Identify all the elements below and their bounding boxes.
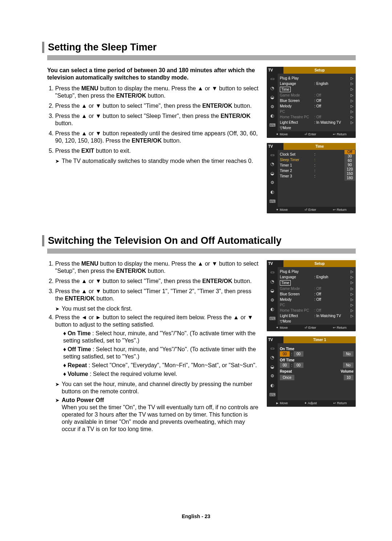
bullet-text: On Time : Select hour, minute, and "Yes"… — [63, 330, 256, 344]
osd-icon: ▭ — [270, 76, 274, 82]
osd-setup: TV Setup ▭ ◔ ◒ ⚙ ◐ ⌨ Plug & Play▷Languag… — [267, 67, 356, 138]
note-arrow-icon: ➤ — [55, 158, 60, 165]
step: Press the ▲ or ▼ button to select "Time"… — [55, 278, 259, 285]
section2-text: Press the MENU button to display the men… — [47, 260, 259, 434]
osd-row: Language: English▷ — [280, 81, 354, 86]
osd-icon-rail: ▭ ◔ ◒ ⚙ ◐ ⌨ — [267, 150, 278, 207]
osd-icon: ◔ — [270, 86, 274, 91]
bullet: ♦Volume : Select the required volume lev… — [63, 370, 259, 378]
section1-text: You can select a time period of between … — [47, 67, 259, 213]
note-arrow-icon: ➤ — [55, 397, 60, 404]
osd-time: TV Time ▭ ◔ ◒ ⚙ ◐ ⌨ Clock Set:Sleep Time… — [267, 143, 356, 213]
osd-setup-rows: Plug & Play▷Language: English▷Time▷Game … — [278, 267, 356, 325]
osd-icon: ◔ — [270, 355, 274, 361]
divider — [47, 55, 356, 60]
osd-title: Setup — [283, 260, 356, 267]
section-title-1: Setting the Sleep Timer — [42, 42, 356, 53]
osd-icon: ⌨ — [269, 392, 275, 398]
osd-icon: ⌨ — [269, 123, 275, 128]
osd-icon: ⚙ — [270, 180, 274, 186]
step4-lead: Press the ◄ or ► button to select the re… — [55, 314, 253, 328]
osd-foot-enter: ⏎ Enter — [305, 326, 316, 330]
bullet-text: Off Time : Select hour, minute, and "Yes… — [63, 346, 256, 360]
bullet-text: Repeat : Select "Once", "Everyday", "Mon… — [68, 362, 257, 368]
section1-intro: You can select a time period of between … — [47, 67, 259, 81]
osd-foot-return: ↩ Return — [333, 132, 347, 137]
osd-row: Sleep Timer: — [280, 157, 354, 163]
osd-icon-rail: ▭ ◔ ◒ ⚙ ◐ ⌨ — [267, 343, 278, 401]
osd-time-rows: Clock Set:Sleep Timer:Timer 1:Timer 2:Ti… — [278, 150, 356, 207]
osd-icon: ◐ — [270, 113, 274, 119]
timer-repeat-value: Once — [280, 375, 294, 380]
osd-row: Timer 2: — [280, 168, 354, 173]
osd-row: PC▷ — [280, 109, 354, 114]
osd-foot-return: ↩ Return — [333, 326, 347, 330]
osd-row: Plug & Play▷ — [280, 269, 354, 274]
timer-off-hour: 00 — [280, 362, 290, 368]
section2-steps-cont: Press the ◄ or ► button to select the re… — [47, 314, 259, 378]
timer-on-hour: 00 — [280, 351, 290, 357]
note-auto-power: ➤ Auto Power Off When you set the timer … — [55, 397, 259, 433]
bullet: ♦Repeat : Select "Once", "Everyday", "Mo… — [63, 362, 259, 369]
osd-row: Clock Set: — [280, 152, 354, 157]
osd-icon: ◐ — [270, 307, 274, 312]
osd-icon: ◒ — [270, 364, 274, 370]
step: Press the MENU button to display the men… — [55, 260, 259, 275]
timer-on-time-label: On Time — [280, 347, 354, 351]
osd-setup-rows: Plug & Play▷Language: English▷Time▷Game … — [278, 74, 356, 131]
section2-steps: Press the MENU button to display the men… — [47, 260, 259, 302]
osd-row: Melody: Off▷ — [280, 297, 354, 302]
divider — [47, 249, 356, 254]
osd-tv-label: TV — [267, 336, 283, 343]
osd-row: Melody: Off▷ — [280, 103, 354, 109]
step: Press the MENU button to display the men… — [55, 85, 259, 99]
note: ➤ You can set the hour, minute, and chan… — [55, 381, 259, 395]
osd-row: Time▷ — [280, 86, 354, 93]
osd-setup-2: TV Setup ▭ ◔ ◒ ⚙ ◐ ⌨ Plug & Play▷Languag… — [267, 260, 356, 331]
osd-foot-enter: ⏎ Enter — [305, 132, 316, 137]
osd-row: Plug & Play▷ — [280, 75, 354, 81]
osd-row: Blue Screen: Off▷ — [280, 291, 354, 297]
osd-icon: ◔ — [270, 161, 274, 167]
osd-row: PC▷ — [280, 302, 354, 308]
timer-off-state: No — [343, 362, 354, 368]
step: Press the EXIT button to exit. — [55, 147, 259, 155]
osd-icon: ◔ — [270, 279, 274, 285]
osd-icon: ⚙ — [270, 373, 274, 379]
step: Press the ◄ or ► button to select the re… — [55, 314, 259, 378]
osd-icon: ◐ — [270, 383, 274, 389]
osd-row: ▽More — [280, 319, 354, 324]
osd-row: Timer 3: — [280, 173, 354, 179]
step: Press the ▲ or ▼ button to select "Time"… — [55, 102, 259, 110]
osd-icon: ⌨ — [269, 199, 275, 205]
osd-title: Setup — [283, 67, 356, 74]
osd-title: Time — [283, 143, 356, 150]
bullet: ♦On Time : Select hour, minute, and "Yes… — [63, 330, 259, 344]
timer-off-time-label: Off Time — [280, 358, 354, 362]
osd-icon: ◒ — [270, 288, 274, 294]
osd-icon: ◐ — [270, 189, 274, 195]
note-text: You must set the clock first. — [62, 305, 132, 312]
osd-row: Game Mode: Off▷ — [280, 93, 354, 98]
timer-on-state: No — [343, 351, 354, 357]
osd-row: Light Effect: In Watching TV▷ — [280, 120, 354, 125]
osd-foot-return: ↩ Return — [333, 401, 347, 406]
note-text: The TV automatically switches to standby… — [62, 157, 253, 165]
section-title-2: Switching the Television On and Off Auto… — [42, 235, 356, 246]
page-footer: English - 23 — [0, 513, 392, 519]
osd-tv-label: TV — [267, 67, 283, 74]
osd-tv-label: TV — [267, 260, 283, 267]
osd-row: Time▷ — [280, 280, 354, 286]
osd-row: Timer 1: — [280, 163, 354, 168]
osd-icon: ▭ — [270, 152, 274, 158]
osd-row: Light Effect: In Watching TV▷ — [280, 313, 354, 319]
osd-icon: ▭ — [270, 270, 274, 275]
timer-off-min: 00 — [294, 362, 303, 368]
osd-icon-rail: ▭ ◔ ◒ ⚙ ◐ ⌨ — [267, 74, 278, 131]
osd-row: Home Theatre PC: Off▷ — [280, 114, 354, 120]
osd-row: Game Mode: Off▷ — [280, 286, 354, 291]
bullet: ♦Off Time : Select hour, minute, and "Ye… — [63, 346, 259, 360]
auto-power-body: When you set the timer "On", the TV will… — [62, 404, 258, 432]
osd-icon: ⚙ — [270, 298, 274, 303]
step: Press the ▲ or ▼ button to select "Sleep… — [55, 112, 259, 127]
